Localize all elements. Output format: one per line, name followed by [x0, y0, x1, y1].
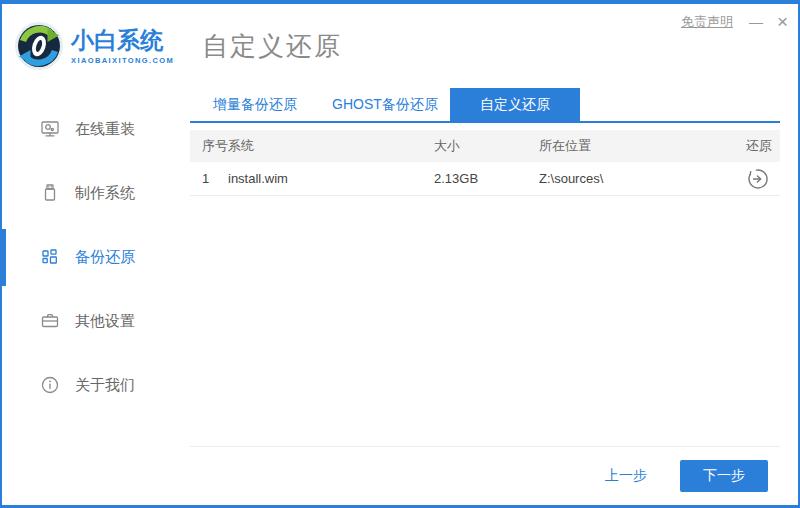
content-spacer [190, 196, 780, 446]
main-area: 在线重装 制作系统 [2, 88, 798, 505]
sidebar-item-label: 其他设置 [75, 312, 135, 331]
app-window: 小白系统 XIAOBAIXITONG.COM 自定义还原 免责声明 — × [0, 0, 800, 508]
brand-name: 小白系统 [71, 27, 174, 53]
brand-text: 小白系统 XIAOBAIXITONG.COM [71, 27, 174, 64]
footer: 上一步 下一步 [190, 446, 780, 505]
app-logo-icon [14, 21, 64, 71]
window-header: 小白系统 XIAOBAIXITONG.COM 自定义还原 免责声明 — × [2, 4, 798, 88]
back-button[interactable]: 上一步 [599, 466, 653, 486]
content-area: 增量备份还原 GHOST备份还原 自定义还原 序号 系统 大小 所在位置 还原 … [180, 88, 798, 505]
close-icon[interactable]: × [777, 12, 788, 31]
tab-ghost-backup-restore[interactable]: GHOST备份还原 [320, 88, 450, 121]
monitor-icon [40, 119, 60, 139]
sidebar-item-about-us[interactable]: 关于我们 [2, 353, 180, 417]
briefcase-icon [40, 311, 60, 331]
next-button[interactable]: 下一步 [680, 460, 768, 492]
tab-custom-restore[interactable]: 自定义还原 [450, 88, 580, 121]
table-header: 序号 系统 大小 所在位置 还原 [190, 130, 780, 162]
brand: 小白系统 XIAOBAIXITONG.COM [2, 21, 180, 71]
row-system-name: install.wim [228, 171, 434, 186]
sidebar: 在线重装 制作系统 [2, 88, 180, 505]
sidebar-item-label: 在线重装 [75, 120, 135, 139]
disclaimer-link[interactable]: 免责声明 [681, 13, 733, 31]
window-controls: 免责声明 — × [681, 12, 788, 31]
column-header-system: 系统 [228, 137, 434, 155]
column-header-index: 序号 [194, 137, 228, 155]
tab-incremental-backup-restore[interactable]: 增量备份还原 [190, 88, 320, 121]
brand-domain: XIAOBAIXITONG.COM [71, 56, 174, 65]
info-icon [40, 375, 60, 395]
table-row: 1 install.wim 2.13GB Z:\sources\ [190, 162, 780, 196]
sidebar-item-label: 关于我们 [75, 376, 135, 395]
row-action-cell [712, 167, 772, 191]
column-header-size: 大小 [434, 137, 539, 155]
sidebar-item-label: 制作系统 [75, 184, 135, 203]
column-header-location: 所在位置 [539, 137, 712, 155]
restore-icon[interactable] [746, 167, 770, 191]
page-title: 自定义还原 [202, 29, 342, 64]
minimize-icon[interactable]: — [749, 15, 763, 29]
row-location: Z:\sources\ [539, 171, 712, 186]
usb-drive-icon [40, 183, 60, 203]
sidebar-item-online-reinstall[interactable]: 在线重装 [2, 97, 180, 161]
column-header-restore: 还原 [712, 137, 772, 155]
tab-bar: 增量备份还原 GHOST备份还原 自定义还原 [190, 88, 780, 123]
sidebar-item-label: 备份还原 [75, 248, 135, 267]
sidebar-item-other-settings[interactable]: 其他设置 [2, 289, 180, 353]
sidebar-item-make-system[interactable]: 制作系统 [2, 161, 180, 225]
row-size: 2.13GB [434, 171, 539, 186]
grid-icon [40, 247, 60, 267]
row-index: 1 [194, 171, 228, 186]
sidebar-item-backup-restore[interactable]: 备份还原 [2, 225, 180, 289]
